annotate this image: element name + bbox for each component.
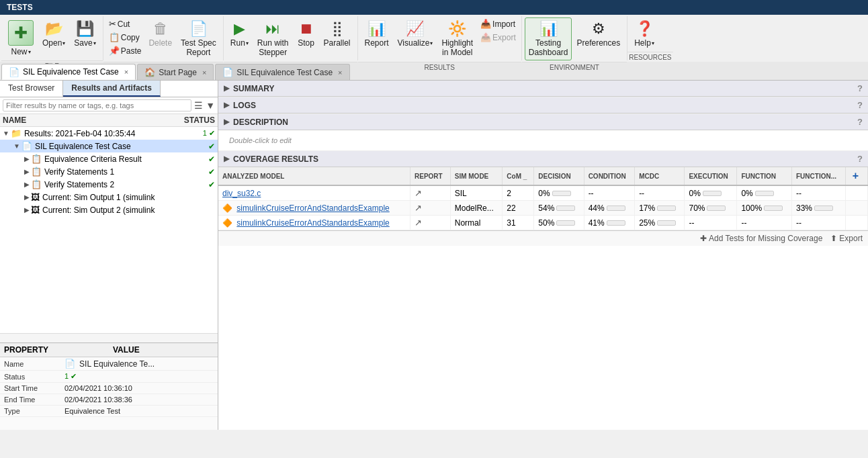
coverage-header[interactable]: ▶ COVERAGE RESULTS ? xyxy=(218,151,868,167)
export-cov-label: Export xyxy=(839,234,863,243)
tab-sil-eq-doc-close[interactable]: × xyxy=(338,68,342,77)
tab-sil-equivalence[interactable]: 📄 SIL Equivalence Test Case × xyxy=(1,64,136,80)
row2-mcdc-bar xyxy=(657,205,676,211)
results-root-status: 1 ✔ xyxy=(203,129,215,138)
col-function-call: FUNCTION... xyxy=(792,167,846,185)
content-scroll[interactable]: ▶ SUMMARY ? ▶ LOGS ? ▶ DESCRIPTION ? xyxy=(218,81,868,430)
tab-start-page[interactable]: 🏠 Start Page × xyxy=(137,64,214,80)
highlight-icon: 🔆 xyxy=(448,20,466,38)
row3-mcdc-pct: 25% xyxy=(639,218,655,228)
table-row-1: div_su32.c ↗ SIL 2 0% xyxy=(218,185,868,201)
tree-arrow-sim-1[interactable]: ▶ xyxy=(24,193,30,201)
col-com: CoM _ xyxy=(503,167,534,185)
row3-mcdc: 25% xyxy=(635,216,685,230)
paste-icon: 📌 xyxy=(109,46,120,56)
row1-model-link[interactable]: div_su32.c xyxy=(222,189,261,198)
tree-item-verify-2[interactable]: ▶ 📋 Verify Statements 2 ✔ xyxy=(0,178,218,191)
row1-report-icon[interactable]: ↗ xyxy=(415,188,422,198)
environment-group-label: ENVIRONMENT xyxy=(522,62,627,74)
help-button[interactable]: ❓ Help▾ xyxy=(630,17,658,50)
tree-item-eq-criteria[interactable]: ▶ 📋 Equivalence Criteria Result ✔ xyxy=(0,152,218,165)
coverage-table-wrap[interactable]: ANALYZED MODEL REPORT SIM MODE CoM _ DEC… xyxy=(218,167,868,230)
description-help-icon[interactable]: ? xyxy=(857,117,863,127)
row2-report-icon[interactable]: ↗ xyxy=(415,203,422,213)
row2-model-link[interactable]: simulinkCruiseErrorAndStandardsExample xyxy=(236,203,389,213)
add-column-btn[interactable]: + xyxy=(850,170,861,181)
row3-report-icon[interactable]: ↗ xyxy=(415,218,422,228)
stop-button[interactable]: ⏹ Stop xyxy=(294,17,319,50)
tree-arrow-eq-criteria[interactable]: ▶ xyxy=(24,155,30,163)
report-button[interactable]: 📊 Report xyxy=(361,17,393,50)
stop-icon: ⏹ xyxy=(299,20,314,38)
panel-tab-test-browser[interactable]: Test Browser xyxy=(0,81,63,97)
row1-decision-wrap: 0% xyxy=(538,189,579,198)
tab-sil-eq-label: SIL Equivalence Test Case xyxy=(23,67,119,77)
summary-header[interactable]: ▶ SUMMARY ? xyxy=(218,81,868,97)
run-with-stepper-button[interactable]: ⏭ Run withStepper xyxy=(253,17,293,60)
test-spec-report-button[interactable]: 📄 Test SpecReport xyxy=(177,17,220,60)
highlight-in-model-button[interactable]: 🔆 Highlightin Model xyxy=(437,17,477,60)
tree-arrow-verify-1[interactable]: ▶ xyxy=(24,168,30,175)
save-button[interactable]: 💾 Save▾ xyxy=(70,17,99,50)
sil-eq-status: ✔ xyxy=(208,142,215,151)
testing-dashboard-button[interactable]: 📊 TestingDashboard xyxy=(525,17,572,60)
filter-input[interactable] xyxy=(3,99,191,111)
ribbon-group-edit: ✂Cut 📋Copy 📌Paste 🗑 Delete 📄 Test SpecRe… xyxy=(103,16,224,60)
results-group-label: RESULTS xyxy=(358,62,521,74)
panel-tab-results[interactable]: Results and Artifacts xyxy=(63,81,161,97)
summary-help-icon[interactable]: ? xyxy=(857,83,863,93)
copy-button[interactable]: 📋Copy xyxy=(106,31,144,44)
ribbon-group-run: ▶ Run▾ ⏭ Run withStepper ⏹ Stop ⣿ Parall… xyxy=(224,16,358,60)
visualize-button[interactable]: 📈 Visualize▾ xyxy=(394,17,437,50)
row3-condition-bar xyxy=(607,220,625,226)
delete-button[interactable]: 🗑 Delete xyxy=(144,17,176,50)
description-arrow: ▶ xyxy=(224,118,229,126)
row1-function-wrap: 0% xyxy=(741,189,787,198)
row2-model-icon: 🔶 xyxy=(222,203,232,213)
logs-help-icon[interactable]: ? xyxy=(857,100,863,110)
row2-function-wrap: 100% xyxy=(741,203,787,213)
tab-sil-eq-doc[interactable]: 📄 SIL Equivalence Test Case × xyxy=(215,64,349,80)
tree-arrow-verify-2[interactable]: ▶ xyxy=(24,181,30,188)
logs-section: ▶ LOGS ? xyxy=(218,97,868,114)
tree-arrow-sil-eq[interactable]: ▼ xyxy=(13,142,20,150)
add-tests-btn[interactable]: ✚ Add Tests for Missing Coverage xyxy=(700,234,822,243)
tree-item-sil-eq[interactable]: ▼ 📄 SIL Equivalence Test Case ✔ xyxy=(0,140,218,152)
description-edit-hint[interactable]: Double-click to edit xyxy=(229,136,292,144)
col-add[interactable]: + xyxy=(845,167,867,185)
filter-view-btn[interactable]: ☰ xyxy=(194,100,203,111)
new-button[interactable]: ✚ New ▾ xyxy=(4,17,38,59)
import-button[interactable]: 📥Import xyxy=(478,17,519,30)
tab-start-page-close[interactable]: × xyxy=(202,68,206,77)
tree-arrow-sim-2[interactable]: ▶ xyxy=(24,206,30,214)
ribbon-main-row: ✚ New ▾ 📂 Open▾ 💾 Sav xyxy=(0,15,868,62)
row2-condition-pct: 44% xyxy=(589,203,605,213)
export-button[interactable]: 📤Export xyxy=(478,31,519,44)
tree-arrow-results[interactable]: ▼ xyxy=(3,130,9,137)
tree-item-verify-1[interactable]: ▶ 📋 Verify Statements 1 ✔ xyxy=(0,165,218,178)
preferences-button[interactable]: ⚙ Preferences xyxy=(572,17,624,50)
horizontal-scrollbar[interactable] xyxy=(0,333,218,342)
tree-item-results-root[interactable]: ▼ 📁 Results: 2021-Feb-04 10:35:44 1 ✔ xyxy=(0,127,218,140)
coverage-help-icon[interactable]: ? xyxy=(857,154,863,164)
description-header[interactable]: ▶ DESCRIPTION ? xyxy=(218,114,868,130)
parallel-icon: ⣿ xyxy=(332,20,343,38)
logs-header[interactable]: ▶ LOGS ? xyxy=(218,97,868,113)
row3-model-link[interactable]: simulinkCruiseErrorAndStandardsExample xyxy=(236,218,389,228)
open-button[interactable]: 📂 Open▾ xyxy=(38,17,69,50)
export-cov-btn[interactable]: ⬆ Export xyxy=(830,234,863,243)
col-mcdc: MCDC xyxy=(635,167,685,185)
tab-sil-eq-close[interactable]: × xyxy=(124,68,128,76)
row2-model: 🔶 simulinkCruiseErrorAndStandardsExample xyxy=(218,201,410,216)
paste-button[interactable]: 📌Paste xyxy=(106,44,144,57)
resources-group-label: RESOURCES xyxy=(627,52,672,64)
row1-extra xyxy=(845,185,867,201)
tree-item-sim-output-1[interactable]: ▶ 🖼 Current: Sim Output 1 (simulink xyxy=(0,191,218,203)
run-button[interactable]: ▶ Run▾ xyxy=(226,17,253,50)
row3-com: 31 xyxy=(503,216,534,230)
filter-filter-btn[interactable]: ▼ xyxy=(206,100,215,111)
cut-button[interactable]: ✂Cut xyxy=(106,17,144,30)
parallel-button[interactable]: ⣿ Parallel xyxy=(320,17,355,50)
tree-item-sim-output-2[interactable]: ▶ 🖼 Current: Sim Output 2 (simulink xyxy=(0,203,218,216)
col-decision: DECISION xyxy=(534,167,584,185)
